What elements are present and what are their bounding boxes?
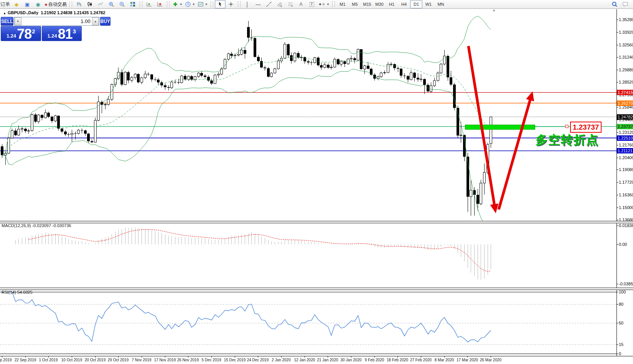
- chevron-down-icon: ▼: [192, 3, 195, 6]
- chart-bars-button[interactable]: [74, 0, 84, 8]
- buy-price-small: 1.24: [47, 32, 57, 40]
- pivot-annotation-text[interactable]: 多空转折点: [536, 132, 599, 148]
- new-order-icon[interactable]: ◆: [11, 0, 22, 8]
- date-tick: [397, 356, 398, 357]
- timeframe-m5-button[interactable]: M5: [349, 0, 361, 8]
- chart-candles-button[interactable]: [84, 0, 95, 8]
- volume-stepper: ▼ ▲: [14, 17, 99, 26]
- signal-button[interactable]: ◉: [33, 0, 43, 8]
- svg-text:F: F: [292, 5, 293, 7]
- timeframe-h1-button[interactable]: H1: [386, 0, 398, 8]
- auto-scroll-button[interactable]: [144, 0, 155, 8]
- date-tick: [25, 356, 26, 357]
- zoom-in-icon: [108, 1, 114, 7]
- arrows-button[interactable]: ✦✧▼: [317, 0, 331, 8]
- chart-title: ▲GBPUSD-,Daily 1.21902 1.24838 1.21435 1…: [3, 10, 105, 15]
- ticket-icon: ◆: [15, 2, 18, 7]
- cursor-button[interactable]: [215, 0, 226, 8]
- search-button[interactable]: [609, 0, 620, 8]
- timeframe-h4-button[interactable]: H4: [398, 0, 410, 8]
- rsi-panel-canvas[interactable]: [0, 289, 633, 356]
- chart-shift-marker-icon[interactable]: ▼: [492, 9, 496, 13]
- crosshair-icon: [228, 1, 234, 7]
- macd-label: MACD(12,26,9) -0.023097 -0.030736: [2, 223, 71, 228]
- main-chart-canvas[interactable]: [0, 9, 633, 221]
- main-toolbar: 新订单 ◆ ▣ ◉ ● 自动交易 ▼ ▼ ▼ │ — E F A T ✦✧▼: [0, 0, 633, 9]
- timeframe-m15-button[interactable]: M15: [361, 0, 373, 8]
- date-tick: [351, 356, 351, 357]
- macd-name: MACD(12,26,9): [2, 223, 31, 228]
- date-tick: [118, 356, 119, 357]
- zoom-out-button[interactable]: [117, 0, 127, 8]
- chevron-down-icon: ▼: [205, 3, 208, 6]
- terminal-button[interactable]: ▣: [22, 0, 33, 8]
- sell-price-small: 1.24: [7, 32, 16, 40]
- chart-line-button[interactable]: [95, 0, 106, 8]
- date-tick: [165, 356, 165, 357]
- chart-shift-button[interactable]: [155, 0, 165, 8]
- timeframe-m30-button[interactable]: M30: [373, 0, 386, 8]
- date-tick: [444, 356, 445, 357]
- buy-button[interactable]: BUY: [100, 17, 110, 26]
- tile-windows-icon: [130, 1, 136, 7]
- chart-symbol-marker-icon: ▲: [3, 12, 6, 15]
- chat-button[interactable]: [620, 0, 631, 8]
- crosshair-button[interactable]: [226, 0, 236, 8]
- timeframe-d1-button[interactable]: D1: [410, 0, 422, 8]
- search-icon: [612, 1, 618, 7]
- buy-price-big: 81: [58, 28, 73, 40]
- sell-price-box[interactable]: 1.24 78 2: [1, 26, 41, 41]
- zoom-in-button[interactable]: [106, 0, 117, 8]
- volume-increase-button[interactable]: ▲: [92, 17, 99, 25]
- toolbar-grip: [140, 1, 142, 7]
- channel-button[interactable]: E: [274, 0, 285, 8]
- candles-chart-icon: [87, 1, 93, 7]
- macd-panel-canvas[interactable]: [0, 222, 633, 288]
- rsi-label: RSI(14) 54.6025: [2, 290, 33, 295]
- price-level-label: 1.22510: [617, 135, 633, 141]
- fibonacci-button[interactable]: F: [285, 0, 296, 8]
- clock-icon: [185, 1, 191, 7]
- date-label: 26 Mar 2020: [475, 358, 507, 362]
- sell-button[interactable]: SELL: [1, 17, 13, 26]
- panel-separator[interactable]: [0, 221, 633, 223]
- tile-windows-button[interactable]: [127, 0, 138, 8]
- text-label-button[interactable]: T: [307, 0, 317, 8]
- indicators-button[interactable]: ▼: [171, 0, 184, 8]
- price-level-label: 1.27415: [617, 90, 633, 95]
- macd-signal-value: -0.030736: [52, 223, 71, 228]
- buy-price-box[interactable]: 1.24 81 3: [42, 26, 82, 41]
- chart-shift-icon: [157, 1, 163, 7]
- date-tick: [421, 356, 421, 357]
- text-button[interactable]: A: [296, 0, 307, 8]
- timeframe-m1-button[interactable]: M1: [336, 0, 349, 8]
- horizontal-line-button[interactable]: —: [253, 0, 264, 8]
- date-axis[interactable]: 2 Sep 201922 Sep 20191 Oct 201910 Oct 20…: [0, 356, 633, 364]
- periods-button[interactable]: ▼: [184, 0, 196, 8]
- date-tick: [328, 356, 328, 357]
- date-tick: [281, 356, 282, 357]
- timeframe-w1-button[interactable]: W1: [422, 0, 435, 8]
- mt4-window: 新订单 ◆ ▣ ◉ ● 自动交易 ▼ ▼ ▼ │ — E F A T ✦✧▼: [0, 0, 633, 364]
- autotrade-icon: ●: [45, 2, 48, 7]
- vertical-line-button[interactable]: │: [242, 0, 253, 8]
- support-highlight-bar[interactable]: [465, 125, 535, 130]
- price-tag-box[interactable]: 1.23737: [570, 122, 602, 133]
- svg-text:E: E: [280, 5, 282, 7]
- volume-decrease-button[interactable]: ▼: [15, 17, 21, 25]
- panel-separator[interactable]: [0, 288, 633, 290]
- new-order-button[interactable]: 新订单: [0, 0, 11, 8]
- templates-button[interactable]: ▼: [196, 0, 209, 8]
- autotrade-button[interactable]: ● 自动交易: [43, 0, 68, 8]
- date-tick: [211, 356, 212, 357]
- price-level-label: 1.24782: [617, 114, 633, 120]
- date-tick: [188, 356, 188, 357]
- volume-input[interactable]: [21, 17, 92, 25]
- date-tick: [305, 356, 305, 357]
- timeframe-mn-button[interactable]: MN: [435, 0, 447, 8]
- date-tick: [235, 356, 235, 357]
- price-level-label: 1.23737: [617, 124, 633, 129]
- chevron-down-icon: ▼: [326, 3, 330, 6]
- date-tick: [467, 356, 468, 357]
- trendline-button[interactable]: [264, 0, 274, 8]
